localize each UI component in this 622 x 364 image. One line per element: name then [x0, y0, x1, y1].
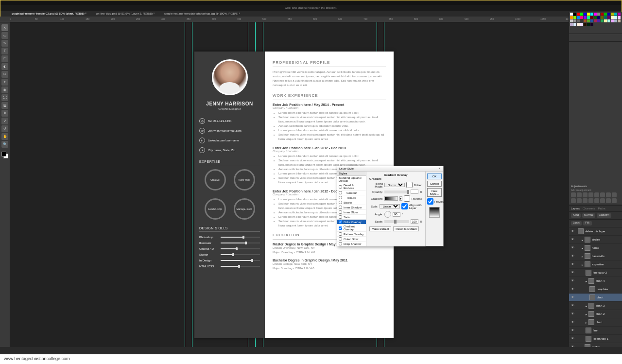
swatch[interactable]: [594, 13, 597, 16]
swatch[interactable]: [587, 16, 590, 19]
swatch[interactable]: [584, 23, 587, 26]
style-list-item[interactable]: Pattern Overlay: [337, 232, 366, 237]
visibility-icon[interactable]: 👁: [571, 246, 575, 250]
kind-filter[interactable]: Kind: [571, 213, 581, 218]
tool-button[interactable]: ▭: [1, 32, 8, 39]
fill-control[interactable]: Fill:: [583, 221, 591, 225]
preview-toggle[interactable]: Preview: [427, 198, 442, 205]
document-tab[interactable]: graphicall-resume-freebie-02.psd @ 50% (…: [12, 12, 86, 15]
visibility-icon[interactable]: 👁: [571, 229, 575, 233]
adjustment-icon[interactable]: [571, 192, 576, 197]
tool-button[interactable]: ⬚: [1, 55, 8, 62]
style-checkbox[interactable]: [339, 220, 342, 224]
scale-input[interactable]: [411, 219, 418, 224]
style-list-item[interactable]: Satin: [337, 215, 366, 220]
swatch[interactable]: [587, 19, 590, 22]
swatch[interactable]: [584, 13, 587, 16]
visibility-icon[interactable]: 👁: [571, 312, 575, 316]
style-checkbox[interactable]: [339, 242, 342, 245]
dither-checkbox[interactable]: [406, 182, 413, 188]
style-list-item[interactable]: Outer Glow: [337, 237, 366, 242]
tool-button[interactable]: ✥: [1, 110, 8, 117]
style-checkbox[interactable]: [339, 215, 342, 219]
adjustment-icon[interactable]: [577, 192, 582, 197]
tool-button[interactable]: ✦: [1, 79, 8, 86]
adjustment-icon[interactable]: [612, 198, 617, 203]
tool-button[interactable]: 🔍: [1, 141, 8, 148]
layer-row[interactable]: 👁fine: [569, 327, 622, 335]
swatch[interactable]: [604, 16, 607, 19]
visibility-icon[interactable]: 👁: [571, 337, 575, 341]
swatch[interactable]: [590, 19, 593, 22]
layer-row[interactable]: 👁chart: [569, 294, 622, 302]
swatch[interactable]: [580, 19, 583, 22]
swatch[interactable]: [601, 19, 604, 22]
swatch[interactable]: [580, 16, 583, 19]
app-menubar[interactable]: [0, 0, 622, 5]
layer-row[interactable]: 👁▸baseskills: [569, 252, 622, 260]
layers-tab[interactable]: Layers: [571, 207, 580, 210]
tool-button[interactable]: ⬓: [1, 102, 8, 109]
swatch[interactable]: [573, 23, 576, 26]
layer-row[interactable]: 👁▸chart: [569, 318, 622, 327]
style-checkbox[interactable]: [339, 196, 342, 199]
chevron-down-icon[interactable]: ▾: [399, 196, 402, 201]
opacity-input[interactable]: [411, 190, 418, 194]
style-list-item[interactable]: Drop Shadow: [337, 242, 366, 246]
make-default-button[interactable]: Make Default: [369, 226, 391, 231]
blend-mode-dropdown[interactable]: Normal: [582, 213, 595, 218]
visibility-icon[interactable]: 👁: [571, 287, 575, 291]
swatch[interactable]: [618, 13, 621, 16]
swatch[interactable]: [604, 13, 607, 16]
layer-row[interactable]: 👁delete this layer: [569, 227, 622, 236]
lock-control[interactable]: Lock:: [571, 221, 582, 225]
visibility-icon[interactable]: 👁: [571, 329, 575, 332]
visibility-icon[interactable]: 👁: [571, 279, 575, 283]
swatch[interactable]: [590, 13, 593, 16]
swatch[interactable]: [590, 23, 593, 26]
swatch[interactable]: [614, 19, 617, 22]
swatches-panel[interactable]: [569, 12, 622, 26]
swatch[interactable]: [614, 13, 617, 16]
adjustment-icon[interactable]: [594, 198, 599, 203]
visibility-icon[interactable]: 👁: [571, 238, 575, 242]
swatch[interactable]: [573, 13, 576, 16]
blend-mode-select[interactable]: Normal: [384, 183, 405, 187]
visibility-icon[interactable]: 👁: [571, 304, 575, 308]
style-checkbox[interactable]: [339, 206, 342, 209]
swatch[interactable]: [604, 19, 607, 22]
swatch[interactable]: [577, 16, 580, 19]
swatch[interactable]: [580, 13, 583, 16]
swatch[interactable]: [611, 16, 614, 19]
style-list-item[interactable]: Texture: [337, 195, 366, 200]
style-list-item[interactable]: Inner Shadow: [337, 205, 366, 210]
swatch[interactable]: [570, 13, 573, 16]
swatch[interactable]: [573, 16, 576, 19]
adjustment-icon[interactable]: [583, 192, 587, 197]
swatch[interactable]: [611, 13, 614, 16]
swatch[interactable]: [607, 16, 610, 19]
align-checkbox[interactable]: [401, 203, 408, 209]
adjustment-icon[interactable]: [612, 192, 617, 197]
collapsed-panel-2[interactable]: [569, 34, 622, 42]
document-tab[interactable]: simple-resume-template-photoshop.jpg @ 1…: [164, 12, 240, 15]
angle-dial[interactable]: [384, 211, 391, 218]
style-list-item[interactable]: Inner Glow: [337, 210, 366, 215]
layer-row[interactable]: 👁Rectangle 1: [569, 335, 622, 343]
layer-row[interactable]: 👁▸chart 3: [569, 302, 622, 310]
layer-row[interactable]: 👁▸name: [569, 244, 622, 252]
adjustment-icon[interactable]: [571, 198, 576, 203]
tool-button[interactable]: T: [1, 48, 8, 54]
scale-slider[interactable]: [384, 220, 409, 223]
channels-tab[interactable]: Channels: [583, 207, 595, 210]
opacity-slider[interactable]: [384, 191, 409, 193]
swatch[interactable]: [587, 13, 590, 16]
visibility-icon[interactable]: 👁: [571, 271, 575, 275]
swatch[interactable]: [618, 16, 621, 19]
adjustment-icon[interactable]: [583, 198, 587, 203]
swatch[interactable]: [594, 19, 597, 22]
angle-input[interactable]: [393, 212, 400, 217]
reset-default-button[interactable]: Reset to Default: [393, 226, 419, 231]
guide-line[interactable]: [192, 22, 192, 347]
tool-button[interactable]: ↺: [1, 125, 8, 132]
